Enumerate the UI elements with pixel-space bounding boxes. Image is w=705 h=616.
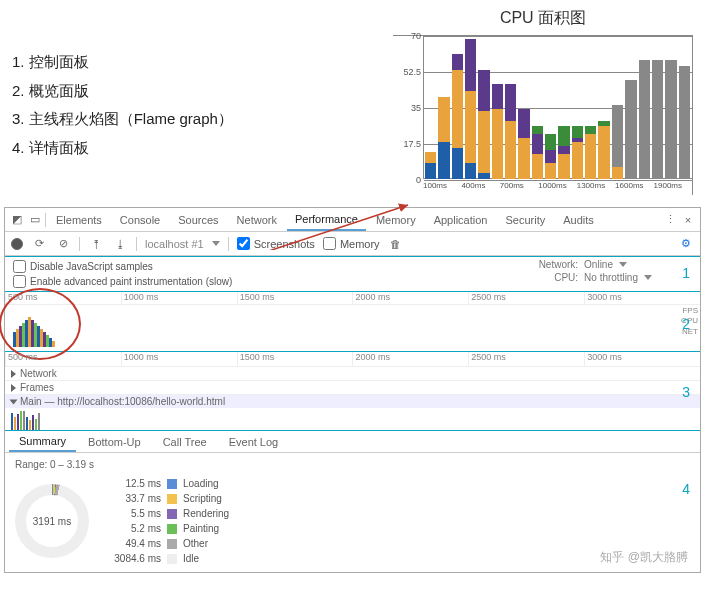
chart-bar: [612, 105, 623, 179]
tab-network[interactable]: Network: [229, 210, 285, 230]
details-panel: Summary Bottom-Up Call Tree Event Log Ra…: [5, 431, 700, 572]
perf-toolbar: ⟳ ⊘ ⭱ ⭳ localhost #1 Screenshots Memory …: [5, 232, 700, 256]
close-icon[interactable]: ×: [680, 212, 696, 228]
cpu-select[interactable]: No throttling: [584, 272, 638, 283]
device-icon[interactable]: ▭: [27, 212, 43, 228]
notes-list: 1. 控制面板 2. 概览面版 3. 主线程火焰图（Flame graph） 4…: [12, 8, 393, 195]
devtools-panel: ◩ ▭ Elements Console Sources Network Per…: [4, 207, 701, 573]
upload-icon[interactable]: ⭱: [88, 236, 104, 252]
inspect-icon[interactable]: ◩: [9, 212, 25, 228]
chart-bar: [598, 121, 609, 179]
clear-icon[interactable]: ⊘: [55, 236, 71, 252]
flame-graph-panel[interactable]: 500 ms1000 ms1500 ms2000 ms2500 ms3000 m…: [5, 352, 700, 431]
flame-row-frames[interactable]: Frames: [5, 380, 700, 394]
chart-bar: [558, 126, 569, 179]
tab-elements[interactable]: Elements: [48, 210, 110, 230]
det-tab-calltree[interactable]: Call Tree: [153, 433, 217, 451]
tab-performance[interactable]: Performance: [287, 209, 366, 231]
chart-bar: [572, 126, 583, 179]
chart-bar: [625, 80, 636, 179]
chart-bar: [452, 54, 463, 179]
panel-marker-3: 3: [682, 384, 690, 400]
tab-sources[interactable]: Sources: [170, 210, 226, 230]
trash-icon[interactable]: 🗑: [388, 236, 404, 252]
chart-bar: [425, 152, 436, 179]
det-tab-bottomup[interactable]: Bottom-Up: [78, 433, 151, 451]
note-1: 1. 控制面板: [12, 48, 393, 77]
panel-marker-2: 2: [682, 316, 690, 332]
gear-icon[interactable]: ⚙: [678, 236, 694, 252]
chevron-down-icon[interactable]: [644, 275, 652, 280]
chart-bar: [465, 39, 476, 179]
panel-marker-1: 1: [682, 265, 690, 281]
memory-checkbox[interactable]: Memory: [323, 237, 380, 250]
chevron-down-icon[interactable]: [212, 241, 220, 246]
note-2: 2. 概览面版: [12, 77, 393, 106]
det-tab-eventlog[interactable]: Event Log: [219, 433, 289, 451]
flame-row-network[interactable]: Network: [5, 366, 700, 380]
tab-application[interactable]: Application: [426, 210, 496, 230]
det-tab-summary[interactable]: Summary: [9, 432, 76, 452]
summary-legend: 12.5 msLoading33.7 msScripting5.5 msRend…: [109, 476, 229, 566]
record-button[interactable]: [11, 238, 23, 250]
note-3: 3. 主线程火焰图（Flame graph）: [12, 105, 393, 134]
summary-donut: 3191 ms: [15, 484, 89, 558]
expand-icon[interactable]: [10, 399, 18, 404]
note-4: 4. 详情面板: [12, 134, 393, 163]
overview-panel[interactable]: 500 ms1000 ms1500 ms2000 ms2500 ms3000 m…: [5, 292, 700, 352]
network-select[interactable]: Online: [584, 259, 613, 270]
chart-bar: [585, 126, 596, 179]
devtools-tab-bar: ◩ ▭ Elements Console Sources Network Per…: [5, 208, 700, 232]
chart-bar: [679, 66, 690, 179]
panel-marker-4: 4: [682, 481, 690, 497]
more-icon[interactable]: ⋮: [662, 212, 678, 228]
chart-bar: [518, 109, 529, 179]
expand-icon[interactable]: [11, 384, 16, 392]
chart-bar: [665, 60, 676, 179]
chart-bar: [545, 134, 556, 179]
disable-js-checkbox[interactable]: [13, 260, 26, 273]
chevron-down-icon[interactable]: [619, 262, 627, 267]
recording-dropdown[interactable]: localhost #1: [145, 238, 204, 250]
reload-icon[interactable]: ⟳: [31, 236, 47, 252]
chart-bar: [639, 60, 650, 179]
chart-bar: [438, 97, 449, 179]
chart-bar: [532, 126, 543, 179]
highlight-circle: [0, 288, 81, 360]
chart-bar: [478, 70, 489, 179]
tab-security[interactable]: Security: [497, 210, 553, 230]
flame-row-main[interactable]: Main — http://localhost:10086/hello-worl…: [5, 394, 700, 408]
chart-bar: [505, 84, 516, 179]
chart-bar: [492, 84, 503, 179]
paint-instr-checkbox[interactable]: [13, 275, 26, 288]
screenshots-checkbox[interactable]: Screenshots: [237, 237, 315, 250]
chart-title: CPU 面积图: [393, 8, 693, 29]
perf-settings: Disable JavaScript samples Enable advanc…: [5, 256, 700, 292]
tab-audits[interactable]: Audits: [555, 210, 602, 230]
chart-bar: [652, 60, 663, 179]
watermark: 知乎 @凯大胳膊: [600, 549, 688, 566]
tab-memory[interactable]: Memory: [368, 210, 424, 230]
cpu-area-chart: CPU 面积图 017.53552.570 100ms400ms700ms100…: [393, 8, 693, 195]
download-icon[interactable]: ⭳: [112, 236, 128, 252]
expand-icon[interactable]: [11, 370, 16, 378]
tab-console[interactable]: Console: [112, 210, 168, 230]
range-label: Range: 0 – 3.19 s: [15, 459, 690, 470]
